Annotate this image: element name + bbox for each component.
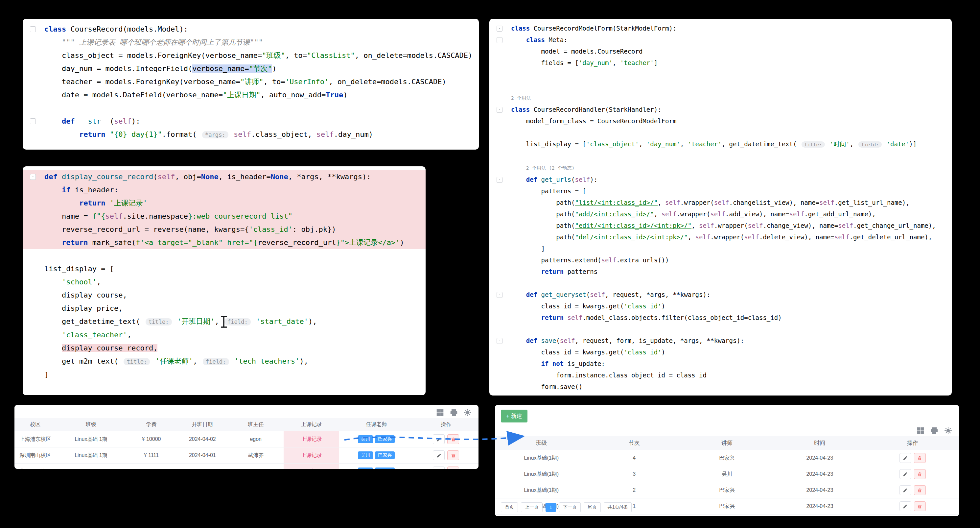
- edit-button[interactable]: [433, 467, 445, 469]
- delete-button[interactable]: [447, 467, 459, 469]
- table-row: 北京昌平校区Python自动化 1期¥ 100002024-04-15egon上…: [14, 464, 479, 469]
- teacher-tag[interactable]: 巴家兴: [375, 435, 395, 443]
- table-cell: 吴川巴家兴: [339, 464, 414, 469]
- teacher-tag[interactable]: 吴川: [358, 451, 373, 459]
- table-cell: 上海浦东校区: [14, 431, 56, 447]
- code-line: return mark_safe(f'<a target="_blank" hr…: [23, 236, 426, 249]
- teacher-tag[interactable]: 吴川: [358, 435, 373, 443]
- fold-icon[interactable]: [496, 338, 503, 344]
- delete-button[interactable]: [447, 450, 459, 460]
- code-line: get_m2m_text( title: '任课老师', field: 'tec…: [23, 355, 426, 368]
- course-record-link[interactable]: 上课记录: [301, 452, 322, 458]
- fold-icon[interactable]: [496, 177, 503, 183]
- teacher-tag[interactable]: 吴川: [358, 467, 373, 469]
- teacher-tag[interactable]: 巴家兴: [375, 451, 395, 459]
- column-header: 学费: [126, 418, 177, 431]
- fold-icon[interactable]: [496, 26, 503, 32]
- table-cell: [866, 482, 959, 498]
- columns-icon[interactable]: [916, 426, 925, 435]
- table-cell: 2024-04-23: [773, 450, 866, 466]
- course-record-link[interactable]: 上课记录: [301, 436, 322, 442]
- edit-button[interactable]: [899, 453, 911, 463]
- column-header: 开班日期: [177, 418, 228, 431]
- table-cell: ¥ 1111: [126, 447, 177, 464]
- table-cell: Python自动化 1期: [56, 464, 126, 469]
- table-cell: Linux基础(1期): [495, 482, 588, 498]
- code-line: list_display = [: [23, 262, 426, 276]
- fold-icon[interactable]: [30, 118, 36, 124]
- table-row: Linux基础(1期)2巴家兴2024-04-23: [495, 482, 959, 498]
- table-cell: 巴家兴: [681, 482, 773, 498]
- code-line: path("edit/<int:class_id>/<int:pk>/", se…: [489, 220, 952, 231]
- gear-icon[interactable]: [944, 426, 952, 435]
- delete-button[interactable]: [914, 501, 926, 511]
- column-header: 校区: [14, 418, 56, 431]
- code-panel-display-course-record[interactable]: def display_course_record(self, obj=None…: [23, 166, 426, 395]
- table-cell: 吴川: [681, 466, 773, 482]
- new-button[interactable]: + 新建: [501, 410, 527, 423]
- table-cell: 深圳南山校区: [14, 447, 56, 464]
- code-line: 'class_teacher',: [23, 329, 426, 341]
- class-list-header-row: 校区班级学费开班日期班主任上课记录任课老师操作: [14, 418, 479, 431]
- code-panel-courserecord-model[interactable]: class CourseRecord(models.Model): """ 上课…: [23, 19, 479, 150]
- code-line: [23, 249, 426, 262]
- table-cell: [866, 498, 959, 515]
- table-cell: 2: [588, 482, 680, 498]
- print-icon[interactable]: [930, 426, 939, 435]
- fold-icon[interactable]: [30, 26, 36, 32]
- table-cell: 2024-04-02: [177, 431, 228, 447]
- table-cell: 2024-04-23: [773, 498, 866, 515]
- table-cell: 上课记录: [284, 431, 339, 447]
- code-line: if is_header:: [23, 183, 426, 196]
- teacher-tag[interactable]: 巴家兴: [375, 467, 395, 469]
- fold-icon[interactable]: [496, 292, 503, 298]
- fold-icon[interactable]: [30, 174, 36, 180]
- column-header: 班主任: [228, 418, 284, 431]
- class-list-toolbar: [14, 405, 479, 418]
- course-record-header-row: 班级节次讲师时间操作: [495, 436, 959, 450]
- code-line: return patterns: [489, 266, 952, 278]
- fold-icon[interactable]: [496, 37, 503, 43]
- new-row: + 新建: [495, 405, 959, 423]
- code-line: list_display = ['class_object', 'day_num…: [489, 139, 952, 150]
- page-button[interactable]: 下一页: [559, 502, 581, 512]
- table-cell: 2024-04-23: [773, 482, 866, 498]
- fold-icon[interactable]: [496, 107, 503, 113]
- table-cell: 北京昌平校区: [14, 464, 56, 469]
- gear-icon[interactable]: [463, 408, 472, 417]
- table-cell: 2024-04-23: [773, 466, 866, 482]
- print-icon[interactable]: [450, 408, 458, 417]
- delete-button[interactable]: [914, 485, 926, 495]
- course-record-link[interactable]: 上课记录: [301, 469, 322, 469]
- table-cell: 4: [588, 450, 680, 466]
- table-cell: 2024-04-01: [177, 447, 228, 464]
- delete-button[interactable]: [914, 469, 926, 479]
- code-line: [23, 102, 479, 115]
- page-button[interactable]: 上一页: [521, 502, 542, 512]
- code-line: def display_course_record(self, obj=None…: [23, 170, 426, 183]
- table-cell: ¥ 10000: [126, 464, 177, 469]
- table-cell: [866, 466, 959, 482]
- page-button[interactable]: 尾页: [584, 502, 601, 512]
- edit-button[interactable]: [433, 434, 445, 444]
- code-line: def get_urls(self):: [489, 174, 952, 185]
- page-summary: 共1页/4条: [604, 502, 632, 512]
- table-cell: 上课记录: [284, 464, 339, 469]
- code-line: path("list/<int:class_id>/", self.wrappe…: [489, 197, 952, 209]
- page-button[interactable]: 1: [546, 502, 556, 512]
- delete-button[interactable]: [914, 453, 926, 463]
- desktop: class CourseRecord(models.Model): """ 上课…: [0, 0, 980, 528]
- table-cell: [866, 450, 959, 466]
- delete-button[interactable]: [447, 434, 459, 444]
- columns-icon[interactable]: [436, 408, 444, 417]
- table-cell: 上课记录: [284, 447, 339, 464]
- code-line: def __str__(self):: [23, 115, 479, 128]
- edit-button[interactable]: [899, 501, 911, 511]
- code-line: 2 个用法 (2 个动态): [489, 162, 952, 174]
- class-list-card: 校区班级学费开班日期班主任上课记录任课老师操作 上海浦东校区Linux基础 1期…: [14, 405, 479, 469]
- edit-button[interactable]: [899, 469, 911, 479]
- edit-button[interactable]: [899, 485, 911, 495]
- page-button[interactable]: 首页: [501, 502, 518, 512]
- code-panel-courserecord-handler[interactable]: class CourseRecordModelForm(StarkModelFo…: [489, 19, 952, 396]
- edit-button[interactable]: [433, 450, 445, 460]
